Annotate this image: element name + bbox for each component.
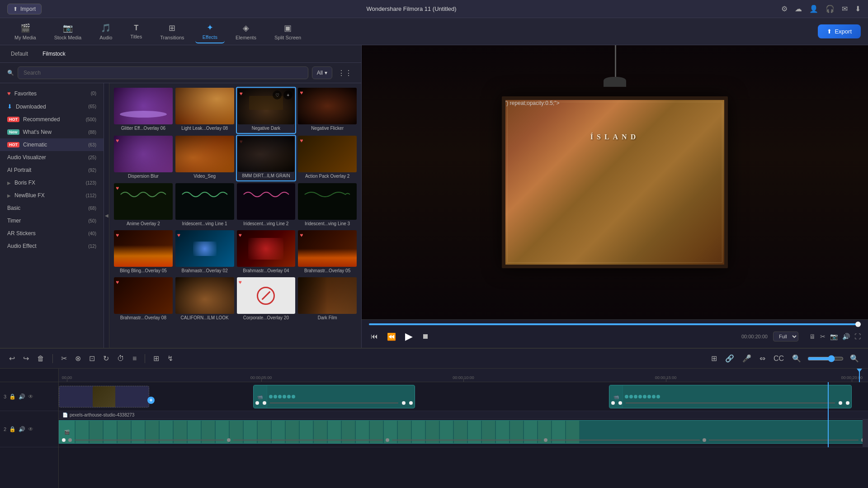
cut-button[interactable]: ✂	[59, 352, 69, 365]
thumb-heart-3[interactable]: ♡	[273, 90, 282, 99]
progress-bar-wrap[interactable]	[369, 323, 861, 325]
nav-split-screen[interactable]: ▣ Split Screen	[267, 20, 308, 43]
eye-icon-3[interactable]: 👁	[28, 393, 33, 400]
effect-item-7[interactable]: ♥ 8MM DIRT...ILM GRAIN	[236, 135, 297, 182]
effect-item-1[interactable]: Glitter Eff...Overlay 06	[113, 87, 174, 134]
export-button[interactable]: ⬆ Export	[818, 24, 861, 38]
effect-item-11[interactable]: Iridescent...ving Line 2	[236, 182, 297, 228]
tl-clip-main[interactable]: 🎬	[59, 420, 868, 444]
tl-clip-3a[interactable]: 📹	[253, 385, 415, 408]
effect-item-15[interactable]: ♥ Brahmastr...Overlay 04	[236, 229, 297, 275]
category-ar-stickers[interactable]: AR Stickers (40)	[0, 227, 104, 240]
redo-button[interactable]: ↪	[21, 352, 31, 365]
effect-item-6[interactable]: Video_Seg	[175, 135, 235, 182]
download-icon[interactable]: ⬇	[855, 5, 861, 13]
split-tl-button[interactable]: ⊞	[151, 352, 161, 365]
effect-item-20[interactable]: Dark Film	[297, 276, 358, 322]
mask-button[interactable]: ⊗	[73, 352, 83, 365]
user-icon[interactable]: 👤	[809, 5, 818, 13]
category-downloaded[interactable]: ⬇ Downloaded (65)	[0, 100, 104, 113]
mail-icon[interactable]: ✉	[842, 5, 848, 13]
crop-icon[interactable]: ✂	[820, 333, 826, 340]
fullscreen-icon[interactable]: ⛶	[854, 333, 861, 340]
nav-titles[interactable]: T Titles	[123, 21, 149, 42]
category-ai-portrait[interactable]: AI Portrait (92)	[0, 164, 104, 176]
rotate-button[interactable]: ↻	[101, 352, 111, 365]
nav-elements[interactable]: ◈ Elements	[228, 20, 264, 43]
play-button[interactable]: ▶	[403, 329, 415, 344]
link-button[interactable]: 🔗	[723, 352, 736, 365]
nav-transitions[interactable]: ⊞ Transitions	[153, 20, 191, 43]
tl-adjust-button[interactable]: ⇔	[758, 352, 767, 365]
effect-item-13[interactable]: ♥ Bling Bling...Overlay 05	[113, 229, 174, 275]
volume-icon[interactable]: 🔊	[842, 333, 850, 340]
category-timer[interactable]: Timer (50)	[0, 214, 104, 227]
crop-tl-button[interactable]: ⊡	[87, 352, 97, 365]
effect-item-19[interactable]: ♥ Corporate...Overlay 20	[236, 276, 297, 322]
mic-button[interactable]: 🎤	[741, 352, 753, 365]
category-audio-visualizer[interactable]: Audio Visualizer (25)	[0, 151, 104, 164]
effect-item-18[interactable]: CALIFORN...ILM LOOK	[175, 276, 235, 322]
category-newblue-fx[interactable]: ▶ NewBlue FX (112)	[0, 189, 104, 202]
effect-item-16[interactable]: ♥ Brahmastr...Overlay 05	[297, 229, 358, 275]
progress-thumb[interactable]	[855, 322, 861, 327]
ghost-clip[interactable]	[59, 386, 149, 407]
progress-bar[interactable]	[369, 323, 861, 325]
add-track-button[interactable]: ⊞	[709, 352, 719, 365]
effect-item-9[interactable]: ♥ Anime Overlay 2	[113, 182, 174, 228]
filter-all-dropdown[interactable]: All ▾	[312, 66, 332, 79]
tl-clip-3b[interactable]: 📹	[609, 385, 852, 408]
monitor-icon[interactable]: 🖥	[809, 333, 816, 340]
tl-ruler[interactable]: 00:00 00:00:05:00 00:00:10:00 00:00:15:0…	[59, 369, 868, 382]
zoom-slider[interactable]	[807, 355, 844, 362]
skip-back-button[interactable]: ⏮	[369, 331, 380, 342]
nav-audio[interactable]: 🎵 Audio	[92, 20, 119, 43]
category-favorites[interactable]: ♥ Favorites (0)	[0, 87, 104, 100]
effect-item-14[interactable]: ♥ Brahmastr...Overlay 02	[175, 229, 235, 275]
grid-view-icon[interactable]: ⋮⋮	[336, 67, 354, 79]
lock-icon-2[interactable]: 🔒	[9, 426, 16, 432]
import-button[interactable]: ⬆ Import	[7, 4, 42, 14]
search-input[interactable]	[18, 66, 308, 79]
adjust-button[interactable]: ≡	[131, 353, 138, 365]
effect-item-5[interactable]: ♥ Dispersion Blur	[113, 135, 174, 182]
eye-icon-2[interactable]: 👁	[28, 426, 33, 432]
panel-collapse-arrow[interactable]: ◀	[104, 83, 109, 348]
category-audio-effect[interactable]: Audio Effect (12)	[0, 240, 104, 252]
nav-stock-media[interactable]: 📷 Stock Media	[47, 20, 89, 43]
cloud-icon[interactable]: ☁	[795, 5, 802, 13]
effect-item-10[interactable]: Iridescent...ving Line 1	[175, 182, 235, 228]
delete-button[interactable]: 🗑	[35, 353, 46, 365]
effect-item-17[interactable]: ♥ Brahmastr...Overlay 08	[113, 276, 174, 322]
zoom-out-button[interactable]: 🔍	[790, 352, 803, 365]
zoom-in-button[interactable]: 🔍	[848, 352, 861, 365]
timer-button[interactable]: ⏱	[115, 353, 126, 365]
scroll-indicator[interactable]	[863, 415, 868, 447]
category-boris-fx[interactable]: ▶ Boris FX (123)	[0, 176, 104, 189]
audio-tl-button[interactable]: ↯	[165, 352, 175, 365]
lock-icon-3[interactable]: 🔒	[9, 393, 16, 400]
speaker-icon-2[interactable]: 🔊	[19, 426, 25, 432]
effect-item-4[interactable]: ♥ Negative Flicker	[297, 87, 358, 134]
effect-item-12[interactable]: Iridescent...ving Line 3	[297, 182, 358, 228]
category-whats-new[interactable]: New What's New (88)	[0, 126, 104, 138]
thumb-plus-3[interactable]: +	[283, 90, 292, 99]
category-basic[interactable]: Basic (68)	[0, 202, 104, 214]
undo-button[interactable]: ↩	[7, 352, 17, 365]
settings-icon[interactable]: ⚙	[781, 5, 788, 13]
camera-icon[interactable]: 📷	[830, 333, 838, 340]
category-recommended[interactable]: HOT Recommended (500)	[0, 113, 104, 126]
filter-default[interactable]: Default	[7, 49, 32, 59]
effect-item-3[interactable]: ♥ ♡ + Negative Dark	[236, 87, 297, 134]
add-media-indicator[interactable]: +	[147, 397, 155, 404]
filter-filmstock[interactable]: Filmstock	[39, 49, 69, 59]
effect-item-8[interactable]: ♥ Action Pack Overlay 2	[297, 135, 358, 182]
stop-button[interactable]: ⏹	[420, 331, 431, 342]
quality-select[interactable]: Full	[773, 332, 798, 341]
headset-icon[interactable]: 🎧	[826, 5, 835, 13]
nav-my-media[interactable]: 🎬 My Media	[7, 20, 43, 43]
category-cinematic[interactable]: HOT Cinematic (63)	[0, 138, 104, 151]
nav-effects[interactable]: ✦ Effects	[195, 20, 225, 43]
effect-item-2[interactable]: Light Leak...Overlay 08	[175, 87, 235, 134]
subtitle-button[interactable]: CC	[772, 353, 786, 365]
